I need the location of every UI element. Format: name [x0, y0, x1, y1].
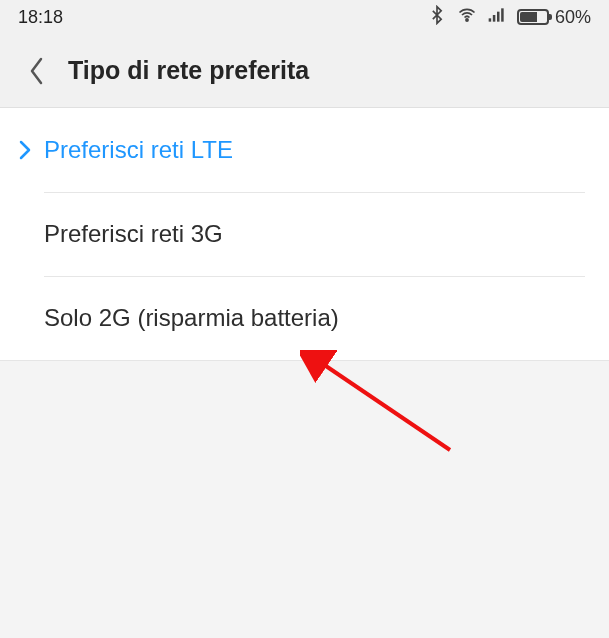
annotation-arrow-icon	[300, 350, 460, 460]
svg-rect-3	[497, 11, 500, 21]
wifi-icon	[457, 5, 477, 30]
network-option-label: Solo 2G (risparmia batteria)	[44, 304, 339, 331]
back-button[interactable]	[20, 54, 54, 88]
battery-icon	[517, 9, 549, 25]
battery-indicator: 60%	[517, 7, 591, 28]
selected-chevron-icon	[18, 139, 32, 161]
status-indicators: 60%	[427, 5, 591, 30]
svg-rect-2	[493, 15, 496, 22]
network-option-3g[interactable]: Preferisci reti 3G	[0, 192, 609, 276]
network-option-2g[interactable]: Solo 2G (risparmia batteria)	[0, 276, 609, 360]
bluetooth-icon	[427, 5, 447, 30]
status-time: 18:18	[18, 7, 63, 28]
svg-rect-1	[489, 18, 492, 21]
svg-line-5	[320, 362, 450, 450]
title-bar: Tipo di rete preferita	[0, 34, 609, 108]
network-option-label: Preferisci reti 3G	[44, 220, 223, 247]
page-title: Tipo di rete preferita	[68, 56, 309, 85]
network-type-list: Preferisci reti LTE Preferisci reti 3G S…	[0, 108, 609, 361]
signal-icon	[487, 5, 507, 30]
battery-percent: 60%	[555, 7, 591, 28]
network-option-lte[interactable]: Preferisci reti LTE	[0, 108, 609, 192]
status-bar: 18:18	[0, 0, 609, 34]
svg-rect-4	[501, 8, 504, 21]
svg-point-0	[466, 18, 468, 20]
network-option-label: Preferisci reti LTE	[44, 136, 233, 163]
